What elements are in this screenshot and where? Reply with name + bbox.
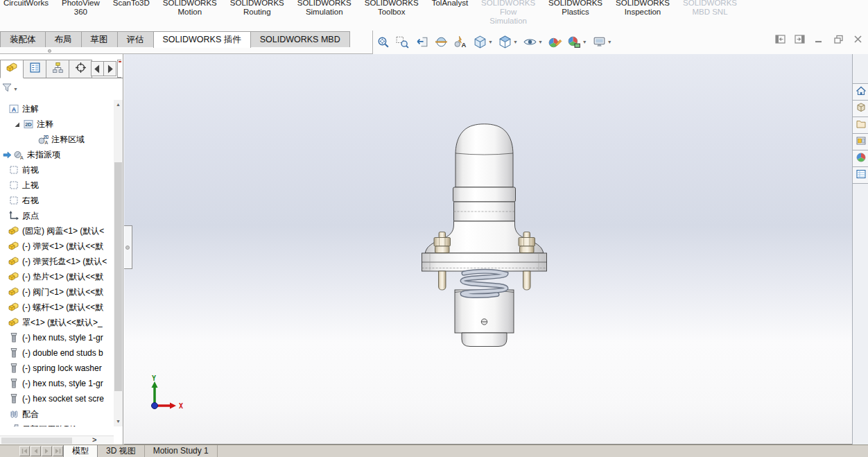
commandmanager-tab[interactable]: SOLIDWORKS 插件 <box>153 31 251 48</box>
view-annotations-button[interactable]: A <box>452 34 469 50</box>
custom-properties-button[interactable] <box>853 166 868 184</box>
file-explorer-button[interactable] <box>853 117 868 134</box>
previous-view-icon <box>415 35 429 49</box>
featuremanager-tree-tab[interactable] <box>0 60 24 78</box>
study-tab[interactable]: 3D 视图 <box>98 445 145 457</box>
close-button[interactable] <box>852 33 864 45</box>
study-tab[interactable]: Motion Study 1 <box>145 445 218 457</box>
tree-item[interactable]: A未指派项 <box>0 147 114 162</box>
addin-item[interactable]: TolAnalyst <box>430 0 470 8</box>
tree-item[interactable]: 罩<1> (默认<<默认>_ <box>0 315 114 330</box>
tree-item[interactable]: 2DA注释区域 <box>0 132 114 147</box>
design-library-icon <box>856 102 867 116</box>
tree-item[interactable]: (-) 弹簧<1> (默认<<默 <box>0 239 114 254</box>
scrollbar-thumb[interactable] <box>114 162 122 391</box>
prev-page-button[interactable] <box>31 446 41 456</box>
commandmanager-tab[interactable]: 装配体 <box>0 31 46 48</box>
tree-item[interactable]: (-) 阀门<1> (默认<<默 <box>0 284 114 300</box>
tree-item[interactable]: 原点 <box>0 208 114 223</box>
view-palette-button[interactable] <box>853 133 868 150</box>
commandmanager-tab[interactable]: 草图 <box>81 31 118 48</box>
expand-right-icon[interactable]: > <box>92 436 96 444</box>
tree-item-label: 原点 <box>22 210 39 222</box>
dropdown-caret-icon[interactable]: ▼ <box>513 40 518 44</box>
tree-filter[interactable]: ▼ <box>1 80 18 97</box>
propertymanager-tab[interactable] <box>23 60 46 78</box>
dimxpertmanager-tab[interactable] <box>69 60 92 78</box>
tree-item[interactable]: A注解 <box>0 101 114 117</box>
task-pane-buttons <box>853 83 868 183</box>
next-page-button[interactable] <box>42 446 52 456</box>
command-manager-tabs: 装配体布局草图评估SOLIDWORKS 插件SOLIDWORKS MBD <box>0 31 349 48</box>
tree-vertical-scrollbar[interactable]: ▲ ▼ <box>114 100 123 426</box>
addin-item[interactable]: SOLIDWORKSMotion <box>161 0 219 17</box>
tree-item[interactable]: (-) spring lock washer <box>0 361 114 376</box>
previous-view-button[interactable] <box>413 34 431 50</box>
addin-item[interactable]: SOLIDWORKSPlastics <box>546 0 605 17</box>
configurationmanager-tab[interactable] <box>46 60 69 78</box>
tree-item[interactable]: (-) 螺杆<1> (默认<<默 <box>0 300 114 315</box>
ribbon-pin-dot[interactable] <box>48 49 51 53</box>
tree-item[interactable]: 局部圆周阵列1 <box>0 422 114 426</box>
tree-item[interactable]: (-) 垫片<1> (默认<<默 <box>0 269 114 284</box>
home-button[interactable] <box>853 83 868 101</box>
tree-item[interactable]: (固定) 阀盖<1> (默认< <box>0 223 114 239</box>
design-library-button[interactable] <box>853 100 868 117</box>
dropdown-caret-icon[interactable]: ▼ <box>488 40 493 44</box>
commandmanager-tab[interactable]: 布局 <box>45 31 82 48</box>
apply-scene-button[interactable]: ▼ <box>566 34 589 50</box>
expanded-icon[interactable] <box>12 120 21 129</box>
tree-item[interactable]: 前视 <box>0 162 114 178</box>
dropdown-caret-icon[interactable]: ▼ <box>607 40 612 44</box>
addin-item[interactable]: SOLIDWORKSToolbox <box>363 0 421 17</box>
tree-item[interactable]: (-) hex socket set scre <box>0 391 114 406</box>
collapse-left-pane-button[interactable] <box>774 33 786 45</box>
view-orientation-button[interactable]: ▼ <box>471 34 494 50</box>
first-page-button[interactable] <box>19 446 30 456</box>
tree-horizontal-scrollbar[interactable]: > <box>0 436 114 445</box>
model-valve-assembly[interactable] <box>420 123 548 349</box>
tree-item[interactable]: 2D注释 <box>0 117 114 132</box>
tree-item[interactable]: 上视 <box>0 178 114 193</box>
minimize-button[interactable] <box>813 33 825 45</box>
addin-item[interactable]: SOLIDWORKSRouting <box>228 0 286 17</box>
commandmanager-tab[interactable]: 评估 <box>117 31 154 48</box>
collapse-right-pane-button[interactable] <box>794 33 806 45</box>
tree-item[interactable]: (-) double end studs b <box>0 345 114 361</box>
section-view-button[interactable] <box>433 34 450 50</box>
scrollbar-thumb[interactable] <box>1 438 72 444</box>
edit-appearance-button[interactable] <box>546 34 564 50</box>
scroll-left-button[interactable] <box>91 61 104 76</box>
filter-funnel-icon[interactable] <box>1 82 12 96</box>
addin-item[interactable]: ScanTo3D <box>111 0 152 8</box>
reassign-arrow-icon[interactable] <box>3 150 12 159</box>
zoom-to-area-button[interactable] <box>394 34 411 50</box>
dropdown-caret-icon[interactable]: ▼ <box>582 40 587 44</box>
tree-item[interactable]: (-) hex nuts, style 1-gr <box>0 330 114 345</box>
tree-item[interactable]: 配合 <box>0 406 114 422</box>
addin-item[interactable]: SOLIDWORKSInspection <box>614 0 672 17</box>
display-style-button[interactable]: ▼ <box>496 34 519 50</box>
tree-item[interactable]: (-) hex nuts, style 1-gr <box>0 376 114 391</box>
study-tab[interactable]: 模型 <box>63 445 98 457</box>
zoom-to-fit-button[interactable] <box>374 34 392 50</box>
addin-item[interactable]: SOLIDWORKSSimulation <box>295 0 354 17</box>
restore-button[interactable] <box>833 33 844 45</box>
panel-splitter-handle[interactable] <box>124 225 132 269</box>
z-axis-dot <box>152 403 158 409</box>
scroll-down-icon[interactable]: ▼ <box>114 417 123 426</box>
tree-item[interactable]: (-) 弹簧托盘<1> (默认< <box>0 254 114 269</box>
dropdown-caret-icon[interactable]: ▼ <box>538 40 543 44</box>
view-settings-button[interactable]: ▼ <box>591 34 614 50</box>
scroll-up-icon[interactable]: ▲ <box>114 100 123 110</box>
filter-caret-icon[interactable]: ▼ <box>13 87 18 92</box>
addin-item[interactable]: PhotoView360 <box>60 0 102 17</box>
addin-item[interactable]: CircuitWorks <box>1 0 51 8</box>
hide-show-items-button[interactable]: ▼ <box>521 34 544 50</box>
last-page-button[interactable] <box>53 446 63 456</box>
graphics-area[interactable]: Y X <box>124 54 852 445</box>
scroll-right-button[interactable] <box>103 61 116 76</box>
tree-item[interactable]: 右视 <box>0 193 114 208</box>
commandmanager-tab[interactable]: SOLIDWORKS MBD <box>250 31 350 48</box>
appearances-scenes-button[interactable] <box>853 150 868 167</box>
